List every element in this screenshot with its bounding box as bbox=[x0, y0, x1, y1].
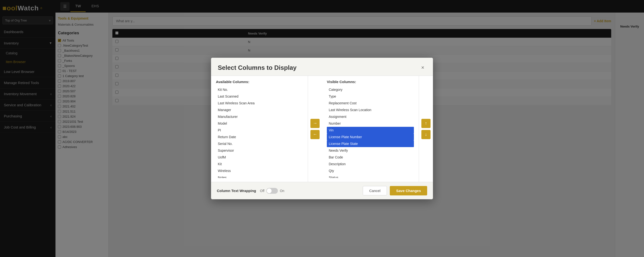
toggle-group: Off On bbox=[260, 188, 284, 194]
modal-footer: Column Text Wrapping Off On Cancel Save … bbox=[211, 182, 433, 199]
move-down-button[interactable]: ↓ bbox=[421, 130, 430, 139]
move-up-button[interactable]: ↑ bbox=[421, 119, 430, 128]
toggle-off-label: Off bbox=[260, 189, 264, 193]
modal-title: Select Columns to Display bbox=[218, 64, 297, 72]
toggle-on-label: On bbox=[280, 189, 284, 193]
visible-column-item[interactable]: Number bbox=[327, 120, 414, 127]
visible-column-item[interactable]: Last Wireless Scan Location bbox=[327, 107, 414, 113]
modal-close-button[interactable]: × bbox=[419, 64, 426, 72]
visible-column-item[interactable]: Description bbox=[327, 161, 414, 167]
available-column-item[interactable]: Manager bbox=[216, 107, 303, 113]
footer-buttons: Cancel Save Changes bbox=[363, 186, 427, 195]
text-wrapping-toggle[interactable] bbox=[266, 188, 278, 194]
available-column-item[interactable]: Model bbox=[216, 120, 303, 127]
modal-header: Select Columns to Display × bbox=[211, 58, 433, 76]
visible-column-item[interactable]: License Plate State bbox=[327, 140, 414, 147]
wrapping-control: Column Text Wrapping Off On bbox=[217, 188, 284, 194]
available-column-item[interactable]: Kit No. bbox=[216, 86, 303, 93]
move-left-button[interactable]: ← bbox=[310, 130, 320, 139]
visible-column-item[interactable]: Qty bbox=[327, 167, 414, 174]
available-column-item[interactable]: Return Date bbox=[216, 134, 303, 140]
visible-column-item[interactable]: Category bbox=[327, 86, 414, 93]
visible-column-item[interactable]: Status bbox=[327, 174, 414, 178]
visible-column-item[interactable]: License Plate Number bbox=[327, 134, 414, 140]
available-column-item[interactable]: Supervisor bbox=[216, 147, 303, 154]
available-column-item[interactable]: PI bbox=[216, 127, 303, 134]
visible-column-item[interactable]: Type bbox=[327, 93, 414, 100]
visible-column-item[interactable]: Vin bbox=[327, 127, 414, 134]
modal-overlay[interactable]: Select Columns to Display × Available Co… bbox=[0, 0, 644, 257]
select-columns-modal: Select Columns to Display × Available Co… bbox=[211, 58, 433, 199]
available-columns-title: Available Columns: bbox=[216, 80, 303, 84]
save-changes-button[interactable]: Save Changes bbox=[390, 186, 427, 195]
visible-column-item[interactable]: Needs Verify bbox=[327, 147, 414, 154]
move-right-button[interactable]: → bbox=[310, 119, 320, 128]
modal-body: Available Columns: Kit No.Last ScannedLa… bbox=[211, 76, 433, 182]
visible-columns-panel: Visible Columns: CategoryTypeReplacement… bbox=[322, 76, 419, 182]
available-columns-list: Kit No.Last ScannedLast Wireless Scan Ar… bbox=[216, 86, 303, 178]
visible-column-item[interactable]: Replacement Cost bbox=[327, 100, 414, 107]
visible-column-item[interactable]: Assignment bbox=[327, 113, 414, 120]
available-column-item[interactable]: Kit bbox=[216, 161, 303, 167]
column-order-controls: ↑ ↓ bbox=[419, 76, 433, 182]
available-column-item[interactable]: Manufacturer bbox=[216, 113, 303, 120]
available-column-item[interactable]: Wireless bbox=[216, 167, 303, 174]
cancel-button[interactable]: Cancel bbox=[363, 186, 387, 195]
available-column-item[interactable]: Notes bbox=[216, 174, 303, 178]
column-transfer-controls: → ← bbox=[308, 76, 322, 182]
available-column-item[interactable]: UofM bbox=[216, 154, 303, 161]
available-column-item[interactable]: Last Scanned bbox=[216, 93, 303, 100]
available-column-item[interactable]: Last Wireless Scan Area bbox=[216, 100, 303, 107]
visible-columns-title: Visible Columns: bbox=[327, 80, 414, 84]
available-column-item[interactable]: Serial No. bbox=[216, 140, 303, 147]
available-columns-panel: Available Columns: Kit No.Last ScannedLa… bbox=[211, 76, 308, 182]
visible-columns-list: CategoryTypeReplacement CostLast Wireles… bbox=[327, 86, 414, 178]
wrapping-label: Column Text Wrapping bbox=[217, 189, 256, 193]
visible-column-item[interactable]: Bar Code bbox=[327, 154, 414, 161]
